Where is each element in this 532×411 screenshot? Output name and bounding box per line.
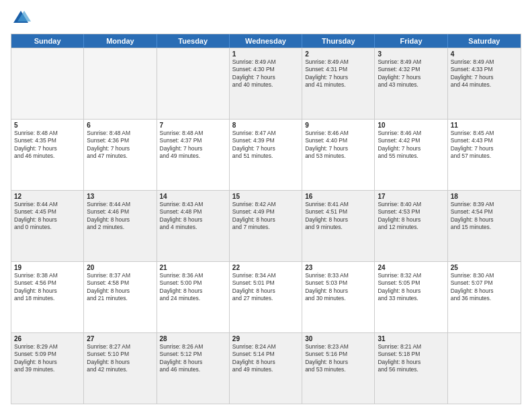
day-number: 7 [160, 122, 226, 129]
day-cell-31: 31Sunrise: 8:21 AMSunset: 5:18 PMDayligh… [375, 333, 447, 404]
day-number: 13 [87, 193, 153, 200]
day-number: 26 [14, 335, 81, 342]
day-info: Sunrise: 8:46 AMSunset: 4:42 PMDaylight:… [378, 130, 444, 161]
logo [11, 8, 34, 28]
day-number: 4 [451, 50, 518, 58]
logo-icon [11, 8, 31, 28]
day-number: 2 [305, 50, 371, 58]
day-cell-12: 12Sunrise: 8:44 AMSunset: 4:45 PMDayligh… [11, 191, 84, 261]
calendar: SundayMondayTuesdayWednesdayThursdayFrid… [11, 34, 521, 404]
day-number: 23 [305, 264, 371, 271]
day-info: Sunrise: 8:38 AMSunset: 4:56 PMDaylight:… [14, 272, 81, 303]
day-cell-22: 22Sunrise: 8:34 AMSunset: 5:01 PMDayligh… [230, 262, 302, 332]
header-day-friday: Friday [375, 34, 447, 48]
day-info: Sunrise: 8:21 AMSunset: 5:18 PMDaylight:… [378, 343, 444, 374]
day-number: 5 [14, 122, 81, 129]
day-number: 31 [378, 335, 444, 342]
calendar-row-1: 5Sunrise: 8:48 AMSunset: 4:35 PMDaylight… [11, 119, 521, 190]
day-info: Sunrise: 8:49 AMSunset: 4:30 PMDaylight:… [232, 58, 299, 89]
day-info: Sunrise: 8:24 AMSunset: 5:14 PMDaylight:… [232, 343, 299, 374]
day-cell-24: 24Sunrise: 8:32 AMSunset: 5:05 PMDayligh… [375, 262, 447, 332]
day-number: 28 [160, 335, 226, 342]
calendar-body: 1Sunrise: 8:49 AMSunset: 4:30 PMDaylight… [11, 48, 521, 404]
day-number: 27 [87, 335, 153, 342]
day-number: 6 [87, 122, 153, 129]
day-info: Sunrise: 8:39 AMSunset: 4:54 PMDaylight:… [451, 201, 518, 232]
day-number: 8 [232, 122, 299, 129]
day-info: Sunrise: 8:36 AMSunset: 5:00 PMDaylight:… [160, 272, 226, 303]
day-number: 11 [451, 122, 518, 129]
day-number: 22 [232, 264, 299, 271]
day-cell-26: 26Sunrise: 8:29 AMSunset: 5:09 PMDayligh… [11, 333, 84, 404]
day-number: 14 [160, 193, 226, 200]
day-cell-15: 15Sunrise: 8:42 AMSunset: 4:49 PMDayligh… [230, 191, 302, 261]
day-cell-8: 8Sunrise: 8:47 AMSunset: 4:39 PMDaylight… [230, 120, 302, 190]
header-day-saturday: Saturday [448, 34, 521, 48]
day-info: Sunrise: 8:48 AMSunset: 4:37 PMDaylight:… [160, 130, 226, 161]
day-info: Sunrise: 8:34 AMSunset: 5:01 PMDaylight:… [232, 272, 299, 303]
day-cell-14: 14Sunrise: 8:43 AMSunset: 4:48 PMDayligh… [157, 191, 230, 261]
day-cell-27: 27Sunrise: 8:27 AMSunset: 5:10 PMDayligh… [84, 333, 157, 404]
day-info: Sunrise: 8:48 AMSunset: 4:36 PMDaylight:… [87, 130, 153, 161]
day-number: 19 [14, 264, 81, 271]
day-number: 21 [160, 264, 226, 271]
day-cell-6: 6Sunrise: 8:48 AMSunset: 4:36 PMDaylight… [84, 120, 157, 190]
day-number: 18 [451, 193, 518, 200]
day-cell-29: 29Sunrise: 8:24 AMSunset: 5:14 PMDayligh… [230, 333, 302, 404]
calendar-row-0: 1Sunrise: 8:49 AMSunset: 4:30 PMDaylight… [11, 48, 521, 119]
day-cell-21: 21Sunrise: 8:36 AMSunset: 5:00 PMDayligh… [157, 262, 230, 332]
day-cell-30: 30Sunrise: 8:23 AMSunset: 5:16 PMDayligh… [302, 333, 375, 404]
empty-cell [11, 48, 84, 119]
day-cell-4: 4Sunrise: 8:49 AMSunset: 4:33 PMDaylight… [448, 48, 521, 119]
day-cell-11: 11Sunrise: 8:45 AMSunset: 4:43 PMDayligh… [448, 120, 521, 190]
day-info: Sunrise: 8:49 AMSunset: 4:33 PMDaylight:… [451, 58, 518, 89]
day-number: 3 [378, 50, 444, 58]
day-cell-9: 9Sunrise: 8:46 AMSunset: 4:40 PMDaylight… [302, 120, 375, 190]
day-cell-19: 19Sunrise: 8:38 AMSunset: 4:56 PMDayligh… [11, 262, 84, 332]
day-info: Sunrise: 8:48 AMSunset: 4:35 PMDaylight:… [14, 130, 81, 161]
day-number: 15 [232, 193, 299, 200]
day-info: Sunrise: 8:27 AMSunset: 5:10 PMDaylight:… [87, 343, 153, 374]
day-info: Sunrise: 8:37 AMSunset: 4:58 PMDaylight:… [87, 272, 153, 303]
day-cell-10: 10Sunrise: 8:46 AMSunset: 4:42 PMDayligh… [375, 120, 447, 190]
day-number: 1 [232, 50, 299, 58]
day-cell-28: 28Sunrise: 8:26 AMSunset: 5:12 PMDayligh… [157, 333, 230, 404]
day-info: Sunrise: 8:42 AMSunset: 4:49 PMDaylight:… [232, 201, 299, 232]
day-cell-18: 18Sunrise: 8:39 AMSunset: 4:54 PMDayligh… [448, 191, 521, 261]
day-info: Sunrise: 8:32 AMSunset: 5:05 PMDaylight:… [378, 272, 444, 303]
day-info: Sunrise: 8:43 AMSunset: 4:48 PMDaylight:… [160, 201, 226, 232]
day-cell-23: 23Sunrise: 8:33 AMSunset: 5:03 PMDayligh… [302, 262, 375, 332]
day-number: 10 [378, 122, 444, 129]
day-info: Sunrise: 8:46 AMSunset: 4:40 PMDaylight:… [305, 130, 371, 161]
day-info: Sunrise: 8:23 AMSunset: 5:16 PMDaylight:… [305, 343, 371, 374]
calendar-row-3: 19Sunrise: 8:38 AMSunset: 4:56 PMDayligh… [11, 261, 521, 332]
day-number: 20 [87, 264, 153, 271]
empty-cell [84, 48, 157, 119]
day-cell-2: 2Sunrise: 8:49 AMSunset: 4:31 PMDaylight… [302, 48, 375, 119]
day-cell-7: 7Sunrise: 8:48 AMSunset: 4:37 PMDaylight… [157, 120, 230, 190]
day-info: Sunrise: 8:40 AMSunset: 4:53 PMDaylight:… [378, 201, 444, 232]
day-cell-13: 13Sunrise: 8:44 AMSunset: 4:46 PMDayligh… [84, 191, 157, 261]
day-cell-25: 25Sunrise: 8:30 AMSunset: 5:07 PMDayligh… [448, 262, 521, 332]
day-info: Sunrise: 8:30 AMSunset: 5:07 PMDaylight:… [451, 272, 518, 303]
header-day-monday: Monday [84, 34, 157, 48]
day-cell-17: 17Sunrise: 8:40 AMSunset: 4:53 PMDayligh… [375, 191, 447, 261]
day-info: Sunrise: 8:29 AMSunset: 5:09 PMDaylight:… [14, 343, 81, 374]
day-cell-20: 20Sunrise: 8:37 AMSunset: 4:58 PMDayligh… [84, 262, 157, 332]
day-number: 25 [451, 264, 518, 271]
header-day-sunday: Sunday [11, 34, 84, 48]
day-info: Sunrise: 8:45 AMSunset: 4:43 PMDaylight:… [451, 130, 518, 161]
calendar-row-2: 12Sunrise: 8:44 AMSunset: 4:45 PMDayligh… [11, 190, 521, 261]
day-cell-1: 1Sunrise: 8:49 AMSunset: 4:30 PMDaylight… [230, 48, 302, 119]
day-cell-5: 5Sunrise: 8:48 AMSunset: 4:35 PMDaylight… [11, 120, 84, 190]
day-info: Sunrise: 8:26 AMSunset: 5:12 PMDaylight:… [160, 343, 226, 374]
calendar-row-4: 26Sunrise: 8:29 AMSunset: 5:09 PMDayligh… [11, 332, 521, 404]
page: SundayMondayTuesdayWednesdayThursdayFrid… [0, 0, 532, 411]
day-info: Sunrise: 8:33 AMSunset: 5:03 PMDaylight:… [305, 272, 371, 303]
day-cell-3: 3Sunrise: 8:49 AMSunset: 4:32 PMDaylight… [375, 48, 447, 119]
empty-cell [448, 333, 521, 404]
day-number: 17 [378, 193, 444, 200]
empty-cell [157, 48, 230, 119]
header-day-thursday: Thursday [302, 34, 375, 48]
day-number: 30 [305, 335, 371, 342]
